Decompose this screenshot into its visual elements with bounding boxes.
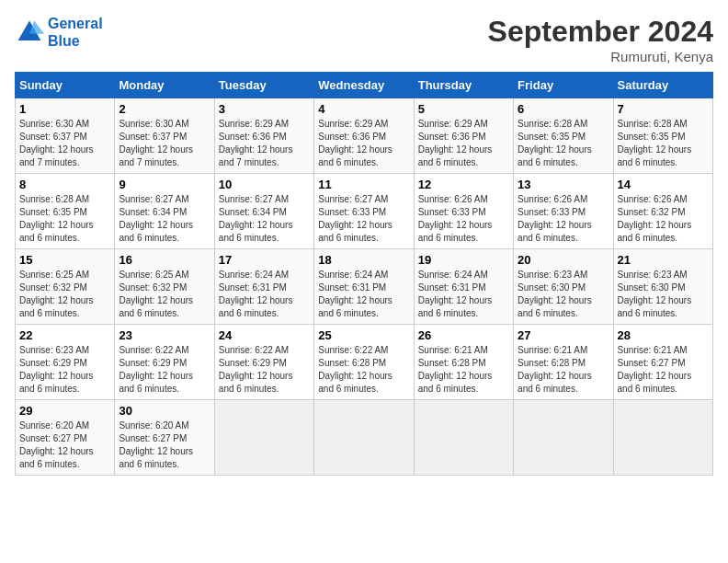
day-number: 7 [618,102,709,116]
calendar-cell: 28 Sunrise: 6:21 AM Sunset: 6:27 PM Dayl… [613,325,712,400]
calendar-header-tuesday: Tuesday [214,73,313,98]
calendar-header-wednesday: Wednesday [314,73,414,98]
day-info: Sunrise: 6:24 AM Sunset: 6:31 PM Dayligh… [318,269,409,320]
calendar-cell: 6 Sunrise: 6:28 AM Sunset: 6:35 PM Dayli… [514,98,613,174]
day-number: 20 [518,253,609,267]
day-info: Sunrise: 6:25 AM Sunset: 6:32 PM Dayligh… [119,269,210,320]
day-info: Sunrise: 6:20 AM Sunset: 6:27 PM Dayligh… [19,419,110,471]
calendar-cell [314,400,414,476]
day-number: 19 [418,253,509,267]
day-info: Sunrise: 6:27 AM Sunset: 6:34 PM Dayligh… [219,193,310,245]
calendar-cell: 19 Sunrise: 6:24 AM Sunset: 6:31 PM Dayl… [414,249,513,325]
calendar-cell: 23 Sunrise: 6:22 AM Sunset: 6:29 PM Dayl… [115,325,214,400]
day-number: 27 [518,328,609,342]
calendar-cell: 16 Sunrise: 6:25 AM Sunset: 6:32 PM Dayl… [115,249,214,325]
day-info: Sunrise: 6:29 AM Sunset: 6:36 PM Dayligh… [318,118,409,169]
logo-text: General Blue [48,15,103,50]
day-number: 10 [219,178,310,191]
day-info: Sunrise: 6:24 AM Sunset: 6:31 PM Dayligh… [219,269,310,320]
page-header: General Blue September 2024 Rumuruti, Ke… [15,15,713,64]
day-info: Sunrise: 6:25 AM Sunset: 6:32 PM Dayligh… [19,269,110,320]
day-info: Sunrise: 6:21 AM Sunset: 6:28 PM Dayligh… [518,344,609,396]
day-number: 2 [119,102,210,116]
day-info: Sunrise: 6:23 AM Sunset: 6:30 PM Dayligh… [518,269,609,320]
calendar-cell: 21 Sunrise: 6:23 AM Sunset: 6:30 PM Dayl… [613,249,712,325]
day-number: 17 [219,253,310,267]
calendar-cell: 14 Sunrise: 6:26 AM Sunset: 6:32 PM Dayl… [613,174,712,249]
calendar-table: SundayMondayTuesdayWednesdayThursdayFrid… [15,72,713,476]
day-number: 9 [119,178,210,191]
logo: General Blue [15,15,103,50]
day-number: 25 [318,328,409,342]
day-info: Sunrise: 6:24 AM Sunset: 6:31 PM Dayligh… [418,269,509,320]
day-number: 21 [618,253,709,267]
day-number: 5 [418,102,509,116]
day-number: 3 [219,102,310,116]
calendar-cell [613,400,712,476]
calendar-cell: 10 Sunrise: 6:27 AM Sunset: 6:34 PM Dayl… [214,174,313,249]
day-number: 22 [19,328,110,342]
calendar-cell [414,400,513,476]
calendar-cell: 4 Sunrise: 6:29 AM Sunset: 6:36 PM Dayli… [314,98,414,174]
calendar-cell: 3 Sunrise: 6:29 AM Sunset: 6:36 PM Dayli… [214,98,313,174]
day-info: Sunrise: 6:29 AM Sunset: 6:36 PM Dayligh… [418,118,509,169]
day-number: 15 [19,253,110,267]
calendar-cell: 30 Sunrise: 6:20 AM Sunset: 6:27 PM Dayl… [115,400,214,476]
calendar-cell: 25 Sunrise: 6:22 AM Sunset: 6:28 PM Dayl… [314,325,414,400]
day-number: 28 [618,328,709,342]
calendar-cell: 13 Sunrise: 6:26 AM Sunset: 6:33 PM Dayl… [514,174,613,249]
day-number: 18 [318,253,409,267]
calendar-cell: 27 Sunrise: 6:21 AM Sunset: 6:28 PM Dayl… [514,325,613,400]
day-info: Sunrise: 6:23 AM Sunset: 6:30 PM Dayligh… [618,269,709,320]
day-info: Sunrise: 6:29 AM Sunset: 6:36 PM Dayligh… [219,118,310,169]
calendar-cell: 5 Sunrise: 6:29 AM Sunset: 6:36 PM Dayli… [414,98,513,174]
calendar-cell: 11 Sunrise: 6:27 AM Sunset: 6:33 PM Dayl… [314,174,414,249]
day-number: 11 [318,178,409,191]
calendar-cell: 8 Sunrise: 6:28 AM Sunset: 6:35 PM Dayli… [16,174,115,249]
calendar-header-thursday: Thursday [414,73,513,98]
day-number: 1 [19,102,110,116]
day-info: Sunrise: 6:28 AM Sunset: 6:35 PM Dayligh… [518,118,609,169]
day-info: Sunrise: 6:22 AM Sunset: 6:28 PM Dayligh… [318,344,409,396]
calendar-cell: 12 Sunrise: 6:26 AM Sunset: 6:33 PM Dayl… [414,174,513,249]
calendar-header-sunday: Sunday [16,73,115,98]
day-info: Sunrise: 6:28 AM Sunset: 6:35 PM Dayligh… [618,118,709,169]
calendar-cell: 26 Sunrise: 6:21 AM Sunset: 6:28 PM Dayl… [414,325,513,400]
day-info: Sunrise: 6:20 AM Sunset: 6:27 PM Dayligh… [119,419,210,471]
day-info: Sunrise: 6:28 AM Sunset: 6:35 PM Dayligh… [19,193,110,245]
calendar-cell: 15 Sunrise: 6:25 AM Sunset: 6:32 PM Dayl… [16,249,115,325]
calendar-header-monday: Monday [115,73,214,98]
calendar-cell: 7 Sunrise: 6:28 AM Sunset: 6:35 PM Dayli… [613,98,712,174]
day-number: 23 [119,328,210,342]
logo-icon [15,17,44,47]
day-info: Sunrise: 6:30 AM Sunset: 6:37 PM Dayligh… [19,118,110,169]
location: Rumuruti, Kenya [488,49,713,64]
title-block: September 2024 Rumuruti, Kenya [488,15,713,64]
calendar-week-row: 22 Sunrise: 6:23 AM Sunset: 6:29 PM Dayl… [16,325,713,400]
day-info: Sunrise: 6:27 AM Sunset: 6:34 PM Dayligh… [119,193,210,245]
calendar-cell [214,400,313,476]
day-number: 16 [119,253,210,267]
day-number: 6 [518,102,609,116]
day-number: 30 [119,404,210,418]
calendar-cell: 2 Sunrise: 6:30 AM Sunset: 6:37 PM Dayli… [115,98,214,174]
day-info: Sunrise: 6:22 AM Sunset: 6:29 PM Dayligh… [219,344,310,396]
calendar-cell [514,400,613,476]
day-info: Sunrise: 6:22 AM Sunset: 6:29 PM Dayligh… [119,344,210,396]
calendar-cell: 20 Sunrise: 6:23 AM Sunset: 6:30 PM Dayl… [514,249,613,325]
day-info: Sunrise: 6:23 AM Sunset: 6:29 PM Dayligh… [19,344,110,396]
day-number: 4 [318,102,409,116]
calendar-cell: 18 Sunrise: 6:24 AM Sunset: 6:31 PM Dayl… [314,249,414,325]
day-info: Sunrise: 6:21 AM Sunset: 6:27 PM Dayligh… [618,344,709,396]
day-info: Sunrise: 6:26 AM Sunset: 6:32 PM Dayligh… [618,193,709,245]
day-number: 13 [518,178,609,191]
day-info: Sunrise: 6:26 AM Sunset: 6:33 PM Dayligh… [418,193,509,245]
calendar-cell: 17 Sunrise: 6:24 AM Sunset: 6:31 PM Dayl… [214,249,313,325]
month-title: September 2024 [488,15,713,49]
day-number: 26 [418,328,509,342]
day-info: Sunrise: 6:27 AM Sunset: 6:33 PM Dayligh… [318,193,409,245]
calendar-header-saturday: Saturday [613,73,712,98]
calendar-week-row: 15 Sunrise: 6:25 AM Sunset: 6:32 PM Dayl… [16,249,713,325]
calendar-header-friday: Friday [514,73,613,98]
calendar-cell: 22 Sunrise: 6:23 AM Sunset: 6:29 PM Dayl… [16,325,115,400]
